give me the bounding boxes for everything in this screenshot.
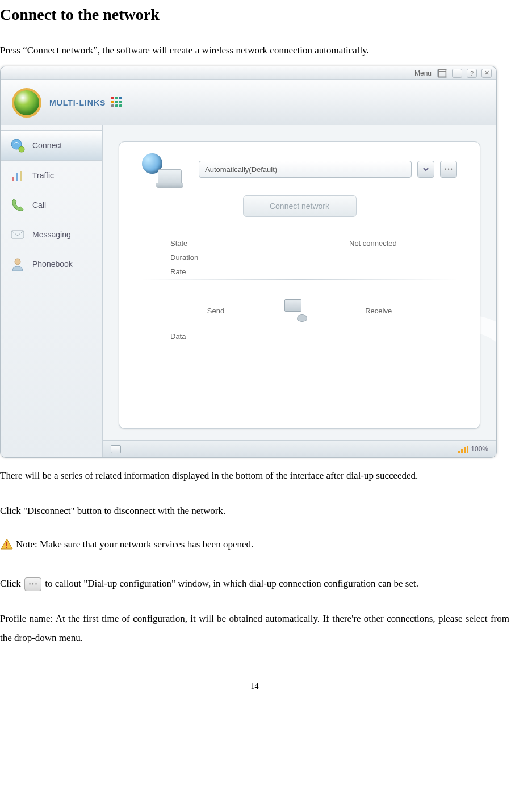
send-label: Send xyxy=(207,307,224,315)
svg-rect-8 xyxy=(6,542,7,546)
note-text: Note: Make sure that your network servic… xyxy=(16,539,253,550)
help-button[interactable]: ? xyxy=(467,69,477,78)
statusbar: 100% xyxy=(103,440,496,457)
connect-icon xyxy=(10,137,26,153)
connection-panel: Automatically(Default) ••• Connect netwo… xyxy=(119,141,480,429)
panel-top: Automatically(Default) ••• xyxy=(142,153,457,185)
sidebar-item-connect[interactable]: Connect xyxy=(1,130,102,161)
data-separator xyxy=(328,330,328,342)
status-left xyxy=(111,445,121,453)
profile-dropdown-button[interactable] xyxy=(417,161,434,178)
menu-label[interactable]: Menu xyxy=(414,69,432,77)
divider xyxy=(142,279,457,280)
profile-row: Automatically(Default) ••• xyxy=(199,161,457,178)
connect-row: Connect network xyxy=(142,195,457,217)
state-label: State xyxy=(170,239,261,248)
sim-icon xyxy=(111,445,121,453)
brand-text: MULTI-LINKS xyxy=(49,97,124,109)
send-line xyxy=(241,311,264,311)
data-row: Data xyxy=(142,326,457,342)
svg-rect-0 xyxy=(439,69,446,77)
main-area: Automatically(Default) ••• Connect netwo… xyxy=(103,125,496,457)
app-body: Connect Traffic Call Messaging xyxy=(1,125,496,457)
profile-select[interactable]: Automatically(Default) xyxy=(199,161,412,178)
doc-paragraph-3: Click "Disconnect" button to disconnect … xyxy=(0,501,509,521)
inline-config-button-icon: ••• xyxy=(24,577,41,591)
para4-prefix: Click xyxy=(0,578,23,589)
status-right: 100% xyxy=(458,445,488,453)
warning-icon xyxy=(0,538,14,551)
state-value: Not connected xyxy=(349,239,429,248)
receive-label: Receive xyxy=(365,307,392,315)
sidebar-item-label: Call xyxy=(32,200,46,210)
svg-point-7 xyxy=(15,259,20,265)
sidebar-item-label: Messaging xyxy=(32,230,71,239)
svg-rect-5 xyxy=(20,171,22,181)
sidebar-item-label: Phonebook xyxy=(32,259,73,269)
messaging-icon xyxy=(10,227,26,242)
brand-name: MULTI-LINKS xyxy=(49,98,106,107)
minimize-button[interactable]: — xyxy=(452,69,462,78)
receive-line xyxy=(325,311,348,311)
info-grid: State Not connected Duration Rate xyxy=(142,239,457,276)
brand-globe-icon xyxy=(12,88,41,118)
para4-suffix: to callout "Dial-up configuration" windo… xyxy=(45,578,418,589)
sidebar-item-messaging[interactable]: Messaging xyxy=(1,220,102,249)
duration-label: Duration xyxy=(170,253,261,262)
data-label: Data xyxy=(170,332,186,341)
sidebar-item-label: Connect xyxy=(32,141,62,150)
profile-config-button[interactable]: ••• xyxy=(440,161,457,178)
doc-paragraph-2: There will be a series of related inform… xyxy=(0,466,509,485)
transfer-row: Send Receive xyxy=(142,299,457,322)
svg-rect-3 xyxy=(12,177,14,181)
close-button[interactable]: ✕ xyxy=(481,69,492,78)
transfer-icon xyxy=(281,299,308,322)
signal-percent: 100% xyxy=(471,445,488,453)
doc-paragraph-5: Profile name: At the first time of confi… xyxy=(0,609,509,648)
titlebar: Menu — ? ✕ xyxy=(1,66,496,80)
brand-bar: MULTI-LINKS xyxy=(1,80,496,125)
note-line: Note: Make sure that your network servic… xyxy=(0,538,509,551)
sidebar-item-label: Traffic xyxy=(32,171,54,180)
page-number: 14 xyxy=(0,682,509,691)
doc-paragraph-1: Press “Connect network”, the software wi… xyxy=(0,41,509,60)
signal-icon xyxy=(458,445,468,453)
doc-paragraph-4: Click ••• to callout "Dial-up configurat… xyxy=(0,574,509,593)
sidebar-item-traffic[interactable]: Traffic xyxy=(1,161,102,190)
network-illustration-icon xyxy=(142,153,182,185)
app-window: Menu — ? ✕ MULTI-LINKS Connect xyxy=(0,66,497,458)
svg-point-2 xyxy=(19,146,24,152)
traffic-icon xyxy=(10,168,26,183)
svg-rect-9 xyxy=(6,547,7,548)
call-icon xyxy=(10,197,26,213)
sidebar: Connect Traffic Call Messaging xyxy=(1,125,103,457)
rate-label: Rate xyxy=(170,267,261,276)
svg-rect-4 xyxy=(16,173,18,181)
doc-heading: Connect to the network xyxy=(0,6,509,24)
divider xyxy=(142,231,457,231)
sidebar-item-phonebook[interactable]: Phonebook xyxy=(1,249,102,279)
menu-dropdown-button[interactable] xyxy=(437,69,447,78)
sidebar-item-call[interactable]: Call xyxy=(1,190,102,220)
brand-dots-icon xyxy=(111,97,124,109)
connect-network-button[interactable]: Connect network xyxy=(243,195,357,217)
phonebook-icon xyxy=(10,256,26,272)
